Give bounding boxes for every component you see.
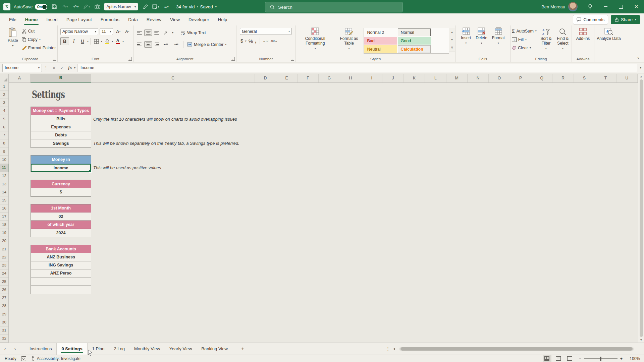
clear-button[interactable]: Clear▾ [511,44,538,52]
fill-button[interactable]: ↓ Fill▾ [511,35,538,44]
font-name-combo[interactable]: Aptos Narrow▾ [60,28,98,35]
orientation-button[interactable] [162,29,170,37]
gallery-more-icon[interactable]: ⊽ [451,46,453,49]
row-header-1[interactable]: 1 [0,82,8,90]
column-header-J[interactable]: J [382,74,404,82]
table-row[interactable]: 02 [31,213,91,221]
font-size-combo[interactable]: 11▾ [100,28,113,35]
row-header-2[interactable]: 2 [0,90,8,99]
column-header-A[interactable]: A [9,74,31,82]
grid-canvas[interactable]: Settings Money out = Payment TypesBillsE… [9,82,638,343]
align-left-icon[interactable] [137,43,142,46]
row-header-26[interactable]: 26 [0,286,8,294]
save-icon[interactable] [51,3,58,10]
percent-format-button[interactable]: % [249,38,253,44]
row-header-32[interactable]: 32 [0,335,8,343]
gallery-up-icon[interactable]: ▴ [451,31,453,34]
row-header-27[interactable]: 27 [0,294,8,302]
sheet-nav-left-icon[interactable]: ‹ [0,346,10,352]
column-header-L[interactable]: L [425,74,446,82]
table-row[interactable]: ANZ Business [31,253,91,261]
column-header-Q[interactable]: Q [531,74,552,82]
alignment-dialog-launcher[interactable] [231,57,235,61]
insert-cells-button[interactable]: Insert▾ [459,25,473,45]
horizontal-scroll-thumb[interactable] [400,347,633,351]
confirm-entry-icon[interactable]: ✓ [58,65,66,70]
sheet-nav-right-icon[interactable]: › [10,346,20,352]
cancel-entry-icon[interactable]: ✕ [50,65,58,70]
table-row[interactable]: Money in [31,156,91,164]
zoom-out-icon[interactable]: − [579,356,581,361]
addins-button[interactable]: Add-ins [574,25,592,41]
paste-button[interactable]: Paste ▾ [5,25,20,47]
scroll-up-icon[interactable]: ▲ [640,75,643,78]
delete-cells-button[interactable]: Delete▾ [473,25,490,45]
ribbon-tab-formulas[interactable]: Formulas [96,13,124,25]
share-button[interactable]: Share▾ [611,15,640,24]
underline-button[interactable]: U [78,38,87,45]
vertical-scrollbar[interactable]: ▲ ▼ [638,74,644,343]
sheet-tab-2-log[interactable]: 2 Log [109,343,129,355]
font-color-button[interactable]: A [114,38,122,45]
increase-font-icon[interactable]: A˄ [114,28,122,35]
format-cells-button[interactable]: Format▾ [490,25,507,45]
formula-dropdown[interactable]: ▾ [74,66,75,69]
vertical-scroll-thumb[interactable] [640,79,643,337]
minimize-button[interactable] [598,0,613,13]
currency-dropdown[interactable]: ▾ [245,40,247,43]
page-layout-view-button[interactable] [554,355,563,362]
font-color-dropdown[interactable]: ▾ [122,40,124,43]
table-row[interactable]: Money out = Payment Types [31,107,91,115]
scroll-down-icon[interactable]: ▼ [640,338,643,342]
record-macro-button[interactable] [21,356,26,361]
normal-view-button[interactable] [543,355,551,362]
row-header-8[interactable]: 8 [0,139,8,147]
row-settings-icon[interactable]: ≡▾ [163,3,170,10]
table-row[interactable]: Savings [31,139,91,147]
ribbon-tab-page-layout[interactable]: Page Layout [62,13,96,25]
excel-app-icon[interactable]: X [3,3,10,10]
row-header-31[interactable]: 31 [0,326,8,335]
comma-format-button[interactable]: , [255,38,256,44]
row-header-21[interactable]: 21 [0,245,8,253]
close-button[interactable]: ✕ [629,0,644,13]
zoom-slider[interactable] [584,358,618,359]
align-bottom-icon[interactable] [154,31,159,35]
column-header-C[interactable]: C [91,74,255,82]
user-avatar[interactable] [568,2,578,11]
column-header-E[interactable]: E [276,74,297,82]
table-row[interactable]: ING Savings [31,261,91,269]
namebox-resize-handle[interactable]: ⋮ [44,65,48,70]
sort-filter-button[interactable]: A Z Sort & Filter▾ [538,25,554,50]
page-break-view-button[interactable] [566,355,574,362]
column-header-U[interactable]: U [616,74,638,82]
row-header-4[interactable]: 4 [0,107,8,115]
row-header-18[interactable]: 18 [0,221,8,229]
borders-button[interactable] [92,38,100,45]
lightbulb-icon[interactable] [582,0,598,13]
fill-color-dropdown[interactable]: ▾ [112,40,113,43]
column-header-N[interactable]: N [468,74,489,82]
column-header-M[interactable]: M [446,74,468,82]
table-row[interactable]: Currency [31,180,91,188]
align-right-icon[interactable] [154,43,159,46]
table-style-icon[interactable]: ▾ [152,3,159,10]
camera-icon[interactable] [94,3,101,10]
decrease-font-icon[interactable]: A˅ [123,28,131,35]
table-row[interactable]: Debts [31,131,91,139]
underline-dropdown[interactable]: ▾ [87,40,89,43]
row-header-5[interactable]: 5 [0,115,8,123]
font-dialog-launcher[interactable] [128,57,132,61]
currency-format-button[interactable]: $ [240,38,243,44]
table-row[interactable]: Bank Accounts [31,245,91,253]
autosum-button[interactable]: Σ AutoSum▾ [511,27,538,35]
formula-input[interactable]: Income [77,64,637,72]
row-header-12[interactable]: 12 [0,172,8,180]
row-header-22[interactable]: 22 [0,253,8,261]
clipboard-dialog-launcher[interactable] [53,57,56,61]
conditional-formatting-button[interactable]: Conditional Formatting ▾ [296,25,334,50]
row-header-16[interactable]: 16 [0,204,8,213]
wrap-text-button[interactable]: Wrap Text [180,28,206,37]
table-row[interactable]: 2024 [31,229,91,237]
analyze-data-button[interactable]: Analyze Data [594,25,623,41]
